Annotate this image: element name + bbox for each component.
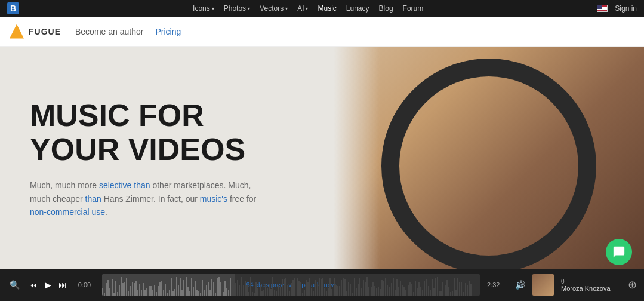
player-bar: 🔍 ⏮ ▶ ⏭ 0:00 64 kbps preview. Upgrade no… xyxy=(0,269,644,301)
download-icon[interactable]: ⊕ xyxy=(628,278,637,291)
nav-lunacy[interactable]: Lunacy xyxy=(346,4,369,13)
nav-blog[interactable]: Blog xyxy=(379,4,393,13)
second-nav-links: Become an author Pricing xyxy=(75,27,181,36)
track-info: 0 Moroza Knozova xyxy=(561,278,621,292)
fugue-logo-text: FUGUE xyxy=(29,27,61,36)
top-navigation: B Icons ▾ Photos ▾ Vectors ▾ AI ▾ Music … xyxy=(0,0,644,17)
end-time: 2:32 xyxy=(487,281,508,288)
nav-vectors[interactable]: Vectors ▾ xyxy=(260,4,288,13)
hero-headline: MUSIC FOR YOUR VIDEOS xyxy=(30,99,257,167)
secondary-navigation: FUGUE Become an author Pricing xyxy=(0,17,644,47)
volume-icon[interactable]: 🔊 xyxy=(515,280,525,290)
hero-description: Much, much more selective than other mar… xyxy=(30,179,257,219)
nav-ai[interactable]: AI ▾ xyxy=(297,4,308,13)
brand-logo[interactable]: B xyxy=(7,2,19,14)
hero-content: MUSIC FOR YOUR VIDEOS Much, much more se… xyxy=(30,99,257,219)
top-nav-links: Icons ▾ Photos ▾ Vectors ▾ AI ▾ Music Lu… xyxy=(193,4,423,13)
become-author-link[interactable]: Become an author xyxy=(75,27,143,36)
player-controls: ⏮ ▶ ⏭ xyxy=(29,280,67,290)
fugue-icon xyxy=(10,24,24,39)
search-icon: 🔍 xyxy=(10,280,20,290)
chevron-down-icon: ▾ xyxy=(306,6,308,11)
top-nav-right: Sign in xyxy=(597,4,637,13)
track-name: Moroza Knozova xyxy=(561,285,621,292)
language-flag[interactable] xyxy=(597,5,608,12)
track-thumbnail xyxy=(532,274,554,296)
pricing-link[interactable]: Pricing xyxy=(155,27,181,36)
sign-in-link[interactable]: Sign in xyxy=(615,4,637,13)
skip-forward-button[interactable]: ⏭ xyxy=(58,280,67,290)
chat-bubble-button[interactable] xyxy=(606,239,632,265)
search-area: 🔍 xyxy=(7,280,22,290)
fugue-logo-link[interactable]: FUGUE xyxy=(10,24,61,39)
nav-icons[interactable]: Icons ▾ xyxy=(193,4,214,13)
nav-forum[interactable]: Forum xyxy=(403,4,424,13)
play-button[interactable]: ▶ xyxy=(45,280,51,290)
track-count: 0 xyxy=(561,278,621,285)
nav-music[interactable]: Music xyxy=(318,4,336,13)
hero-section: MUSIC FOR YOUR VIDEOS Much, much more se… xyxy=(0,47,644,271)
chevron-down-icon: ▾ xyxy=(248,6,250,11)
chat-icon xyxy=(612,245,625,259)
skip-back-button[interactable]: ⏮ xyxy=(29,280,38,290)
waveform[interactable]: 64 kbps preview. Upgrade now // Generate… xyxy=(102,274,480,296)
chevron-down-icon: ▾ xyxy=(212,6,214,11)
nav-photos[interactable]: Photos ▾ xyxy=(224,4,250,13)
hero-image xyxy=(334,47,644,271)
current-time: 0:00 xyxy=(74,281,95,288)
chevron-down-icon: ▾ xyxy=(285,6,288,11)
